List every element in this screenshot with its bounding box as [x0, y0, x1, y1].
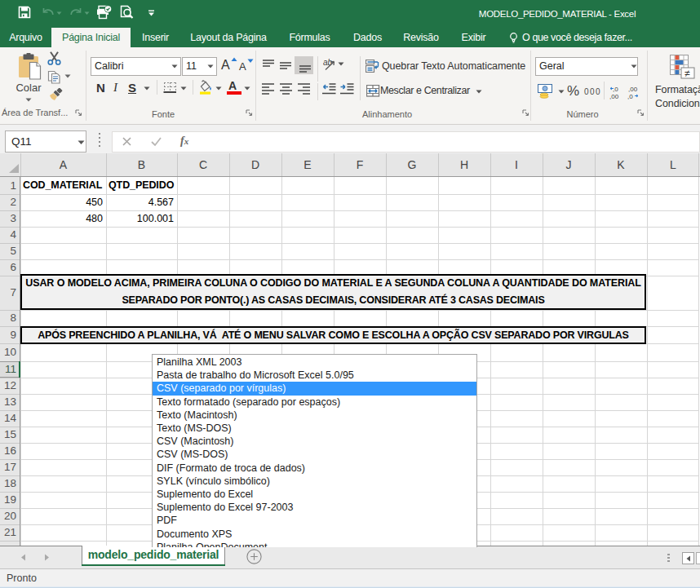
svg-text:≠: ≠ [684, 68, 690, 79]
svg-text:,0: ,0 [627, 93, 633, 100]
svg-text:,00: ,00 [609, 93, 619, 100]
